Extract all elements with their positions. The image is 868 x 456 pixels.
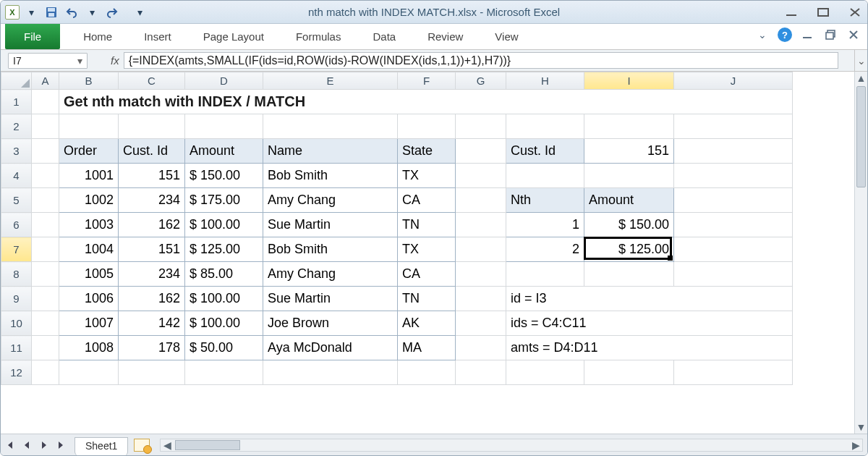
maximize-button[interactable] — [815, 6, 831, 19]
row-header-12[interactable]: 12 — [1, 360, 32, 385]
row-header-9[interactable]: 9 — [1, 287, 32, 311]
tab-nav-last[interactable] — [54, 437, 69, 453]
cell[interactable]: Sue Martin — [263, 213, 397, 237]
lookup-cust-value[interactable]: 151 — [584, 139, 673, 163]
col-header-G[interactable]: G — [456, 72, 506, 90]
workbook-restore-button[interactable] — [822, 27, 838, 43]
cell[interactable]: 1 — [506, 213, 584, 237]
cell[interactable]: TN — [398, 287, 455, 311]
row-header-11[interactable]: 11 — [1, 336, 32, 360]
control-menu-dropdown[interactable]: ▾ — [22, 4, 40, 20]
cell[interactable]: Joe Brown — [263, 311, 397, 335]
cell[interactable]: 162 — [119, 213, 184, 237]
cell[interactable]: 1008 — [59, 336, 118, 360]
help-icon[interactable]: ? — [778, 28, 792, 42]
cell[interactable]: Amy Chang — [263, 188, 397, 212]
col-header-J[interactable]: J — [674, 72, 793, 90]
cell[interactable]: 234 — [119, 262, 184, 286]
cell[interactable]: 1007 — [59, 311, 118, 335]
row-header-5[interactable]: 5 — [1, 188, 32, 213]
cell[interactable]: CA — [398, 188, 455, 212]
tab-home[interactable]: Home — [67, 24, 128, 49]
cell[interactable]: 2 — [506, 237, 584, 261]
workbook-close-button[interactable] — [846, 27, 861, 43]
redo-button[interactable] — [103, 4, 121, 20]
cell[interactable]: 1006 — [59, 287, 118, 311]
col-header-H[interactable]: H — [506, 72, 584, 90]
minimize-button[interactable] — [783, 6, 799, 19]
cell[interactable]: Bob Smith — [263, 237, 397, 261]
cell[interactable]: 1005 — [59, 262, 118, 286]
tab-file[interactable]: File — [5, 24, 60, 49]
tab-data[interactable]: Data — [357, 24, 412, 49]
close-button[interactable] — [847, 6, 863, 19]
col-header-E[interactable]: E — [263, 72, 398, 90]
formula-input[interactable]: {=INDEX(amts,SMALL(IF(ids=id,ROW(ids)-RO… — [124, 52, 838, 69]
row-header-8[interactable]: 8 — [1, 262, 32, 287]
col-header-D[interactable]: D — [185, 72, 263, 90]
hscroll-thumb[interactable] — [175, 440, 240, 450]
scroll-right-icon[interactable]: ▶ — [849, 439, 862, 451]
cell[interactable]: AK — [398, 311, 455, 335]
name-box[interactable]: I7 ▾ — [8, 53, 88, 69]
vscroll-thumb[interactable] — [856, 86, 866, 187]
cell[interactable]: $ 50.00 — [185, 336, 263, 360]
cell[interactable]: 1004 — [59, 237, 118, 261]
tab-view[interactable]: View — [479, 24, 534, 49]
col-header-I[interactable]: I — [584, 72, 674, 90]
cell[interactable]: Sue Martin — [263, 287, 397, 311]
sheet-tab[interactable]: Sheet1 — [75, 437, 128, 456]
cell[interactable]: TX — [398, 164, 455, 187]
cell[interactable]: $ 100.00 — [185, 311, 263, 335]
cell[interactable]: $ 100.00 — [185, 213, 263, 237]
cell[interactable]: Aya McDonald — [263, 336, 397, 360]
workbook-minimize-button[interactable] — [799, 27, 815, 43]
cell[interactable]: TX — [398, 237, 455, 261]
tab-page-layout[interactable]: Page Layout — [187, 24, 280, 49]
tab-review[interactable]: Review — [412, 24, 479, 49]
select-all-corner[interactable] — [1, 72, 32, 90]
tab-nav-first[interactable] — [1, 437, 17, 453]
row-header-4[interactable]: 4 — [1, 164, 32, 188]
active-cell[interactable]: $ 125.00 — [584, 237, 673, 261]
cell[interactable]: 1002 — [59, 188, 118, 212]
qat-customize-dropdown[interactable]: ▾ — [131, 4, 148, 20]
cell[interactable]: $ 85.00 — [185, 262, 263, 286]
cell[interactable]: 234 — [119, 188, 184, 212]
row-header-6[interactable]: 6 — [1, 213, 32, 237]
scroll-down-icon[interactable]: ▼ — [855, 421, 867, 434]
cell[interactable]: 178 — [119, 336, 184, 360]
worksheet-grid[interactable]: A B C D E F G H I J 1 Get nth match with… — [1, 72, 854, 434]
row-header-7[interactable]: 7 — [1, 237, 32, 262]
cancel-formula-icon[interactable] — [95, 53, 108, 69]
cell[interactable]: $ 150.00 — [584, 213, 673, 237]
horizontal-scrollbar[interactable]: ◀ ▶ — [160, 439, 863, 452]
scroll-left-icon[interactable]: ◀ — [161, 439, 174, 451]
ribbon-minimize-icon[interactable]: ⌄ — [754, 27, 770, 43]
row-header-1[interactable]: 1 — [1, 90, 32, 114]
name-box-dropdown-icon[interactable]: ▾ — [74, 55, 85, 67]
tab-insert[interactable]: Insert — [128, 24, 187, 49]
row-header-3[interactable]: 3 — [1, 139, 32, 164]
cell[interactable]: 1003 — [59, 213, 118, 237]
cell[interactable]: Bob Smith — [263, 164, 397, 187]
scroll-up-icon[interactable]: ▲ — [855, 72, 867, 85]
cell[interactable]: $ 125.00 — [185, 237, 263, 261]
cell[interactable]: 142 — [119, 311, 184, 335]
tab-nav-next[interactable] — [36, 437, 52, 453]
save-button[interactable] — [43, 4, 60, 20]
fx-icon[interactable]: fx — [111, 54, 119, 67]
cell[interactable]: 151 — [119, 237, 184, 261]
cell[interactable]: MA — [398, 336, 455, 360]
new-sheet-button[interactable] — [134, 439, 150, 452]
col-header-F[interactable]: F — [398, 72, 456, 90]
vertical-scrollbar[interactable]: ▲ ▼ — [854, 72, 867, 434]
row-header-10[interactable]: 10 — [1, 311, 32, 336]
col-header-B[interactable]: B — [59, 72, 119, 90]
cell[interactable]: $ 100.00 — [185, 287, 263, 311]
tab-nav-prev[interactable] — [19, 437, 35, 453]
cell[interactable]: Amy Chang — [263, 262, 397, 286]
col-header-C[interactable]: C — [119, 72, 185, 90]
formula-bar-expand-icon[interactable]: ⌄ — [854, 50, 867, 71]
cell[interactable]: $ 175.00 — [185, 188, 263, 212]
